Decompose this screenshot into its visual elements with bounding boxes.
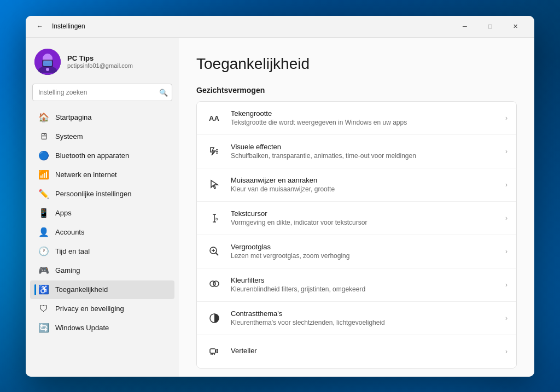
apps-icon: 📱 [39,208,49,218]
sidebar-item-label: Windows Update [55,324,109,332]
tekstcursor-icon: b [206,209,223,227]
user-name: PC Tips [67,54,170,62]
maximize-button[interactable]: □ [477,17,503,35]
svg-rect-3 [43,61,52,66]
svg-point-4 [46,68,49,71]
avatar [34,49,61,75]
nav-list: 🏠 Startpagina 🖥 Systeem 🔵 Bluetooth en a… [26,108,179,338]
titlebar: ← Instellingen ─ □ ✕ [26,16,534,38]
muisaanwijzer-title: Muisaanwijzer en aanraken [231,176,498,184]
muisaanwijzer-desc: Kleur van de muisaanwijzer, grootte [231,185,498,193]
settings-window: ← Instellingen ─ □ ✕ [26,16,534,377]
bluetooth-icon: 🔵 [39,151,49,161]
visuele-effecten-text: Visuele effecten Schuifbalken, transpara… [231,143,498,160]
page-title: Toegankelijkheid [196,55,517,73]
contrastthemas-title: Contrastthema's [231,309,498,318]
persoonlijk-icon: ✏️ [39,189,49,199]
sidebar: PC Tips pctipsinfo01@gmail.com 🔍 🏠 Start… [26,38,179,377]
sidebar-item-label: Startpagina [55,113,92,121]
vergrootglas-text: Vergrootglas Lezen met vergrootglas, zoo… [231,243,498,260]
sidebar-item-systeem[interactable]: 🖥 Systeem [30,127,174,146]
user-email: pctipsinfo01@gmail.com [67,62,170,69]
kleurfilters-arrow: › [505,281,508,289]
back-icon: ← [37,22,43,30]
vergrootglas-title: Vergrootglas [231,243,498,251]
main-content: PC Tips pctipsinfo01@gmail.com 🔍 🏠 Start… [26,38,534,377]
visuele-effecten-desc: Schuifbalken, transparantie, animaties, … [231,152,498,160]
settings-list: AA Tekengrootte Tekstgrootte die wordt w… [196,101,517,368]
settings-item-kleurfilters[interactable]: Kleurfilters Kleurenblindheid filters, g… [197,268,516,302]
muisaanwijzer-arrow: › [505,181,508,189]
sidebar-item-netwerk[interactable]: 📶 Netwerk en internet [30,166,174,184]
sidebar-item-label: Accounts [55,228,84,236]
settings-item-visuele-effecten[interactable]: Visuele effecten Schuifbalken, transpara… [197,135,516,168]
accounts-icon: 👤 [39,227,49,237]
sidebar-item-privacy[interactable]: 🛡 Privacy en beveiliging [30,300,174,318]
sidebar-item-tijd[interactable]: 🕐 Tijd en taal [30,242,174,261]
search-input[interactable] [32,84,172,101]
tekengrootte-text: Tekengrootte Tekstgrootte die wordt weer… [231,109,498,126]
sidebar-item-update[interactable]: 🔄 Windows Update [30,319,174,337]
tekengrootte-icon: AA [206,109,223,127]
verteller-text: Verteller [231,347,498,356]
avatar-svg [34,49,61,75]
vergrootglas-icon [206,243,223,260]
netwerk-icon: 📶 [39,170,49,180]
sidebar-item-label: Tijd en taal [55,247,90,255]
update-icon: 🔄 [39,323,49,333]
sidebar-item-toegankelijkheid[interactable]: ♿ Toegankelijkheid [30,280,174,299]
sidebar-item-startpagina[interactable]: 🏠 Startpagina [30,108,174,127]
svg-rect-20 [210,349,215,353]
visuele-effecten-arrow: › [505,148,508,155]
close-button[interactable]: ✕ [503,17,528,35]
sidebar-item-label: Bluetooth en apparaten [55,151,129,160]
sidebar-item-apps[interactable]: 📱 Apps [30,204,174,223]
sidebar-item-gaming[interactable]: 🎮 Gaming [30,261,174,280]
kleurfilters-title: Kleurfilters [231,276,498,284]
avatar-image [34,49,61,75]
svg-text:b: b [215,217,218,221]
sidebar-item-label: Privacy en beveiliging [55,305,124,313]
back-button[interactable]: ← [32,19,48,34]
tekstcursor-arrow: › [505,214,508,222]
sidebar-item-persoonlijk[interactable]: ✏️ Persoonlijke instellingen [30,185,174,203]
settings-item-verteller[interactable]: Verteller › [197,335,516,368]
svg-line-14 [215,253,218,255]
verteller-title: Verteller [231,347,498,355]
kleurfilters-icon [206,276,223,294]
search-box: 🔍 [32,84,172,101]
verteller-icon [206,343,223,360]
window-controls: ─ □ ✕ [452,17,528,35]
tekengrootte-arrow: › [505,114,508,122]
sidebar-item-bluetooth[interactable]: 🔵 Bluetooth en apparaten [30,147,174,165]
settings-item-tekengrootte[interactable]: AA Tekengrootte Tekstgrootte die wordt w… [197,102,516,135]
tekstcursor-desc: Vormgeving en dikte, indicator voor teks… [231,219,498,226]
contrastthemas-icon [206,309,223,327]
muisaanwijzer-text: Muisaanwijzer en aanraken Kleur van de m… [231,176,498,193]
settings-item-muisaanwijzer[interactable]: Muisaanwijzer en aanraken Kleur van de m… [197,168,516,202]
gaming-icon: 🎮 [39,266,49,276]
tekstcursor-title: Tekstcursor [231,209,498,218]
kleurfilters-text: Kleurfilters Kleurenblindheid filters, g… [231,276,498,293]
user-section: PC Tips pctipsinfo01@gmail.com [26,44,179,84]
startpagina-icon: 🏠 [39,113,49,122]
minimize-button[interactable]: ─ [452,17,477,35]
settings-item-contrastthemas[interactable]: Contrastthema's Kleurenthema's voor slec… [197,302,516,335]
svg-text:AA: AA [209,114,219,122]
main-panel: Toegankelijkheid Gezichtsvermogen AA Tek… [179,38,534,377]
sidebar-item-accounts[interactable]: 👤 Accounts [30,223,174,242]
sidebar-item-label: Systeem [55,132,83,141]
kleurfilters-desc: Kleurenblindheid filters, grijstinten, o… [231,285,498,293]
settings-item-vergrootglas[interactable]: Vergrootglas Lezen met vergrootglas, zoo… [197,235,516,268]
section-title: Gezichtsvermogen [196,86,517,95]
settings-item-tekstcursor[interactable]: b Tekstcursor Vormgeving en dikte, indic… [197,202,516,235]
systeem-icon: 🖥 [39,132,49,142]
contrastthemas-arrow: › [505,314,508,322]
tekstcursor-text: Tekstcursor Vormgeving en dikte, indicat… [231,209,498,226]
sidebar-item-label: Toegankelijkheid [55,285,108,294]
contrastthemas-desc: Kleurenthema's voor slechtzienden, licht… [231,319,498,326]
tekengrootte-title: Tekengrootte [231,109,498,118]
tijd-icon: 🕐 [39,247,49,256]
visuele-effecten-title: Visuele effecten [231,143,498,151]
privacy-icon: 🛡 [39,304,49,314]
